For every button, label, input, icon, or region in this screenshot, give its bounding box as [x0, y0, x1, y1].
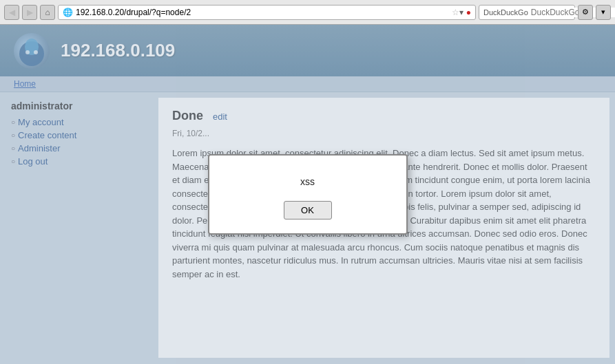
url-bar: 🌐 ☆ ▾ ● [58, 5, 476, 20]
url-input[interactable] [76, 8, 449, 17]
menu-button[interactable]: ▾ [596, 5, 611, 20]
browser-toolbar: ◀ ▶ ⌂ 🌐 ☆ ▾ ● DuckDuckGo 🔍 ⚙ ▾ [0, 0, 615, 25]
back-button[interactable]: ◀ [4, 5, 19, 20]
home-button[interactable]: ⌂ [40, 5, 55, 20]
dialog-ok-button[interactable]: OK [284, 201, 332, 220]
bookmark-icon: ▾ [459, 8, 463, 17]
forward-button[interactable]: ▶ [22, 5, 37, 20]
stop-icon[interactable]: ● [466, 8, 471, 17]
search-bar: DuckDuckGo 🔍 [479, 5, 575, 20]
search-engine-logo: DuckDuckGo [483, 8, 528, 17]
dialog-box: xss OK [208, 154, 408, 235]
dialog-overlay: xss OK [0, 25, 615, 364]
tools-button[interactable]: ⚙ [578, 5, 593, 20]
dialog-message: xss [300, 176, 315, 187]
url-icon: 🌐 [63, 8, 73, 17]
bookmark-star[interactable]: ☆ [452, 8, 459, 17]
